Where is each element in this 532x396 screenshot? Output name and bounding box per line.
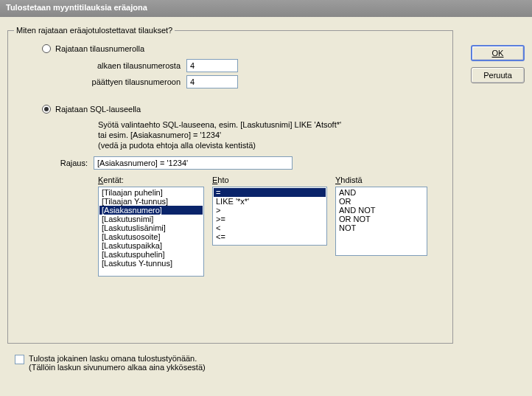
list-item[interactable]: [Tilaajan Y-tunnus] — [99, 197, 203, 206]
window-title: Tulostetaan myyntitilauksia eräajona — [6, 3, 147, 12]
fieldset-legend: Miten rajataan eräajotulostettavat tilau… — [14, 26, 175, 35]
list-item[interactable]: >= — [214, 215, 326, 223]
list-item[interactable]: [Asiakasnumero] — [99, 206, 203, 215]
list-item[interactable]: > — [214, 206, 326, 215]
list-item[interactable]: [Laskutusnimi] — [99, 215, 203, 223]
lists-row: [Tilaajan puhelin][Tilaajan Y-tunnus][As… — [98, 187, 444, 277]
checkbox-icon — [15, 355, 24, 364]
list-item[interactable]: [Laskutuspuhelin] — [99, 250, 203, 259]
ok-button[interactable]: OK — [471, 45, 525, 61]
cancel-button[interactable]: Peruuta — [471, 67, 525, 83]
kentta-header: Kentät: — [98, 176, 212, 184]
list-item[interactable]: LIKE '*x*' — [214, 197, 326, 206]
from-label: alkaen tilausnumerosta — [17, 61, 186, 70]
list-item[interactable]: [Laskutuslisänimi] — [99, 223, 203, 232]
filter-fieldset: Miten rajataan eräajotulostettavat tilau… — [7, 30, 453, 344]
list-item[interactable]: NOT — [337, 223, 426, 232]
yhdista-header: Yhdistä — [335, 176, 363, 184]
yhdista-listbox[interactable]: ANDORAND NOTOR NOTNOT — [335, 187, 427, 256]
print-each-checkbox-row[interactable]: Tulosta jokainen lasku omana tulostustyö… — [15, 354, 525, 372]
list-item[interactable]: < — [214, 223, 326, 232]
from-ordernumber-input[interactable] — [186, 59, 238, 72]
radio-label: Rajataan tilausnumerolla — [55, 44, 144, 53]
ehto-listbox[interactable]: =LIKE '*x*'>>=<<= — [212, 187, 327, 246]
radio-label: Rajataan SQL-lauseella — [55, 105, 141, 114]
window-titlebar: Tulostetaan myyntitilauksia eräajona — [0, 0, 532, 17]
rajaus-input[interactable] — [94, 156, 293, 170]
dialog-content: OK Peruuta Miten rajataan eräajotulostet… — [0, 17, 532, 379]
list-item[interactable]: OR — [337, 197, 426, 206]
radio-by-ordernumber[interactable]: Rajataan tilausnumerolla — [42, 44, 444, 53]
list-item[interactable]: OR NOT — [337, 215, 426, 223]
list-item[interactable]: [Laskutusosoite] — [99, 232, 203, 241]
radio-icon — [42, 44, 51, 53]
list-item[interactable]: AND — [337, 188, 426, 197]
to-label: päättyen tilausnumeroon — [17, 77, 186, 86]
rajaus-label: Rajaus: — [17, 159, 94, 167]
list-item[interactable]: <= — [214, 232, 326, 241]
list-item[interactable]: = — [214, 188, 326, 197]
list-item[interactable]: [Laskutuspaikka] — [99, 241, 203, 250]
radio-icon — [42, 105, 51, 114]
list-item[interactable]: AND NOT — [337, 206, 426, 215]
radio-by-sql[interactable]: Rajataan SQL-lauseella — [42, 105, 444, 114]
list-headers: Kentät: Ehto Yhdistä — [98, 176, 444, 184]
to-ordernumber-input[interactable] — [186, 75, 238, 88]
side-buttons: OK Peruuta — [471, 45, 525, 83]
list-item[interactable]: [Laskutus Y-tunnus] — [99, 259, 203, 268]
kentta-listbox[interactable]: [Tilaajan puhelin][Tilaajan Y-tunnus][As… — [98, 187, 204, 277]
sql-hint: Syötä valintaehto SQL-lauseena, esim. [L… — [98, 119, 444, 150]
ehto-header: Ehto — [212, 176, 335, 184]
list-item[interactable]: [Tilaajan puhelin] — [99, 188, 203, 197]
checkbox-label: Tulosta jokainen lasku omana tulostustyö… — [29, 354, 206, 372]
